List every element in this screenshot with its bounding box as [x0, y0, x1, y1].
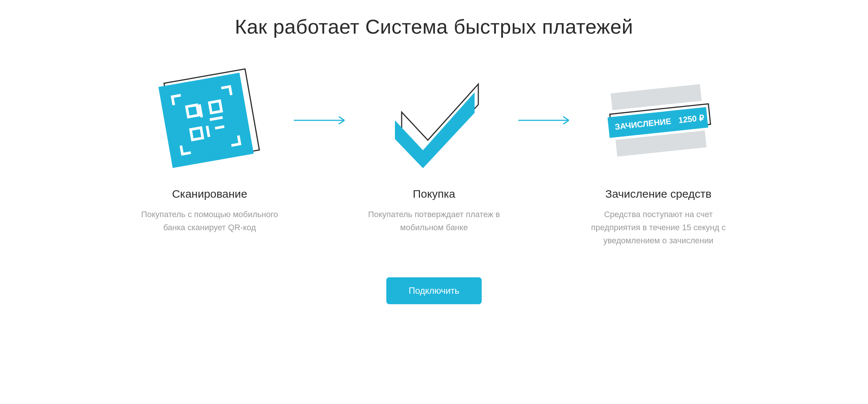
step-desc: Покупатель с помощью мобильного банка ск… [139, 208, 281, 234]
step-title: Покупка [413, 188, 455, 200]
receipt-icon: ЗАЧИСЛЕНИЕ 1250 ₽ [602, 68, 715, 173]
steps-row: Сканирование Покупатель с помощью мобиль… [154, 68, 715, 247]
connect-button[interactable]: Подключить [386, 277, 482, 304]
step-purchase: Покупка Покупатель потверждает платеж в … [363, 68, 505, 234]
step-desc: Покупатель потверждает платеж в мобильно… [363, 208, 505, 234]
step-credit: ЗАЧИСЛЕНИЕ 1250 ₽ Зачисление средств Сре… [588, 68, 730, 247]
page-title: Как работает Система быстрых платежей [154, 15, 715, 38]
qr-scan-icon [157, 68, 262, 173]
svg-rect-1 [158, 73, 254, 168]
checkmark-icon [382, 68, 487, 173]
step-scan: Сканирование Покупатель с помощью мобиль… [139, 68, 281, 234]
arrow-right-icon [516, 68, 576, 173]
step-desc: Средства поступают на счет предприятия в… [588, 208, 730, 247]
step-title: Зачисление средств [605, 188, 712, 200]
svg-line-8 [215, 127, 224, 128]
arrow-right-icon [292, 68, 352, 173]
step-title: Сканирование [172, 188, 247, 200]
